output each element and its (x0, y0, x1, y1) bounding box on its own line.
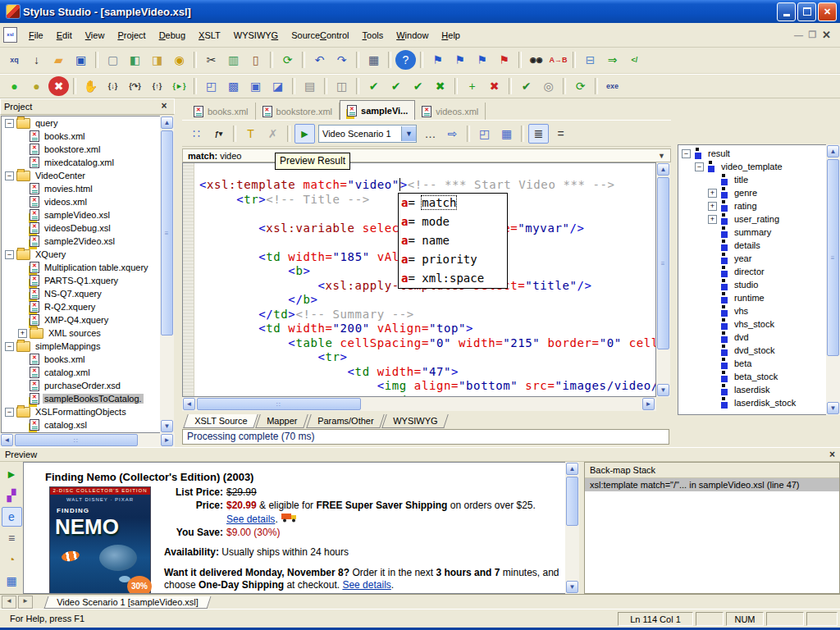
tree-item-label[interactable]: laserdisk_stock (733, 398, 797, 408)
tree-row[interactable]: mixedcatalog.xml (2, 156, 160, 169)
menu-sourcecontrol[interactable]: SourceControl (285, 28, 355, 43)
tree-row[interactable]: laserdisk_stock (678, 396, 826, 409)
download-document-icon[interactable]: ↓ (26, 50, 47, 70)
tree-item-label[interactable]: result (706, 148, 732, 158)
function-menu-icon[interactable]: ƒ▾ (208, 124, 229, 144)
preview-close-button[interactable]: × (829, 449, 835, 460)
equal-lines-icon[interactable]: = (550, 124, 571, 144)
tree-item-label[interactable]: XML sources (47, 328, 103, 338)
open-in-window-icon[interactable]: ⇨ (442, 124, 463, 144)
print-icon[interactable]: ▦ (363, 50, 384, 70)
tree-item-label[interactable]: details (733, 240, 762, 250)
autocomplete-popup[interactable]: a= matcha= modea= namea= prioritya= xml:… (398, 193, 508, 289)
hand-window-icon[interactable]: ◫ (331, 76, 352, 96)
mapper-icon[interactable]: ▞ (2, 486, 22, 505)
template-match-bar[interactable]: match: video ▼ (182, 148, 671, 162)
copy-icon[interactable]: ▥ (223, 50, 244, 70)
restore-button[interactable] (797, 2, 816, 21)
tree-row[interactable]: −simpleMappings (2, 340, 160, 353)
open-folder-icon[interactable]: ▰ (48, 50, 69, 70)
exe-icon[interactable]: exe (602, 76, 623, 96)
tree-row[interactable]: +genre (678, 186, 826, 199)
tree-row[interactable]: year (678, 252, 826, 265)
cascade-windows-icon[interactable]: ▣ (245, 76, 266, 96)
replace-icon[interactable]: A→B (548, 50, 568, 70)
tree-item-label[interactable]: beta (733, 358, 753, 368)
menu-tools[interactable]: Tools (356, 28, 390, 43)
expand-icon[interactable]: + (708, 189, 717, 198)
close-button[interactable]: ✕ (818, 2, 837, 21)
validate-next-icon[interactable]: ✔ (386, 76, 406, 96)
tree-item-label[interactable]: title (733, 175, 750, 185)
tree-row[interactable]: runtime (678, 291, 826, 304)
menu-project[interactable]: Project (111, 28, 152, 43)
tree-item-label[interactable]: sampleVideo.xsl (43, 210, 112, 220)
folder-import-icon[interactable]: ◨ (147, 50, 167, 70)
tree-item-label[interactable]: videos.xml (43, 197, 89, 207)
tree-item-label[interactable]: books.xml (43, 131, 87, 141)
menu-edit[interactable]: Edit (50, 28, 79, 43)
tree-row[interactable]: summary (678, 226, 826, 239)
tree-item-label[interactable]: XQuery (34, 249, 67, 259)
tree-row[interactable]: videos.xml (2, 195, 160, 208)
tree-row[interactable]: R-Q2.xquery (2, 300, 160, 313)
tree-item-label[interactable]: director (733, 267, 766, 276)
tree-row[interactable]: XMP-Q4.xquery (2, 313, 160, 326)
tree-row[interactable]: +XML sources (2, 326, 160, 340)
tab-scroll-left-button[interactable]: ◄ (2, 596, 16, 609)
profiler-clock-icon[interactable]: ◔ (2, 550, 22, 569)
tree-item-label[interactable]: sample2Video.xsl (43, 236, 116, 246)
tree-row[interactable]: sampleVideo.xsl (2, 208, 160, 221)
tree-item-label[interactable]: catalog.xsl (43, 420, 89, 430)
format-indent-icon[interactable]: ∷ (186, 124, 207, 144)
tree-item-label[interactable]: dvd (733, 332, 751, 342)
browse-scenario-button[interactable]: … (420, 124, 441, 144)
editor-tab-samplevi-[interactable]: sampleVi... (340, 100, 415, 120)
validate-prev-icon[interactable]: ✔ (408, 76, 428, 96)
tree-row[interactable]: −query (2, 116, 160, 130)
project-vertical-scrollbar[interactable]: ▲ ≡ ▼ (160, 116, 174, 433)
validate-icon[interactable]: ✔ (363, 76, 384, 96)
tree-row[interactable]: vhs_stock (678, 317, 826, 331)
tree-item-label[interactable]: XSLFormattingObjects (34, 407, 128, 417)
editor-tab-books-xml[interactable]: books.xml (187, 103, 256, 120)
preview-window-magnifier-icon[interactable]: ◰ (474, 124, 495, 144)
tree-item-label[interactable]: vhs (733, 306, 750, 316)
tree-row[interactable]: details (678, 239, 826, 252)
view-tab-wysiwyg[interactable]: WYSIWYG (381, 414, 449, 428)
project-close-button[interactable]: × (158, 101, 171, 112)
step-over-icon[interactable]: {↷} (125, 76, 145, 96)
tree-item-label[interactable]: R-Q2.xquery (43, 302, 97, 312)
xpath-disabled-icon[interactable]: ✗ (262, 124, 283, 144)
see-details-link[interactable]: See details (226, 514, 275, 525)
tree-item-label[interactable]: bookstore.xml (43, 144, 102, 154)
paste-icon[interactable]: ▯ (245, 50, 266, 70)
menu-window[interactable]: Window (390, 28, 435, 43)
menu-wysiwyg[interactable]: WYSIWYG (227, 28, 285, 43)
tree-row[interactable]: vhs (678, 304, 826, 317)
tree-item-label[interactable]: books.xml (43, 354, 87, 364)
editor-horizontal-scrollbar[interactable]: ◄ ∷ ► (182, 397, 656, 411)
tree-item-label[interactable]: NS-Q7.xquery (43, 289, 103, 299)
preview-vertical-scrollbar[interactable]: ▲ ▼ (565, 462, 579, 594)
mdi-minimize-button[interactable]: — (792, 30, 806, 40)
tree-row[interactable]: catalog.xml (2, 366, 160, 379)
view-tab-params-other[interactable]: Params/Other (306, 414, 385, 428)
collapse-icon[interactable]: − (695, 162, 704, 171)
refresh-icon[interactable]: ⟳ (277, 50, 298, 70)
new-xquery-document-icon[interactable]: xq (4, 50, 25, 70)
mapper-window-icon[interactable]: ▦ (496, 124, 517, 144)
goto-definition-icon[interactable]: ⇒ (602, 50, 623, 70)
copy-page-icon[interactable]: ▢ (103, 50, 123, 70)
view-tab-xslt-source[interactable]: XSLT Source (183, 414, 258, 428)
collapse-icon[interactable]: − (5, 408, 14, 417)
undo-icon[interactable]: ↶ (309, 50, 330, 70)
doc-check-icon[interactable]: ✔ (516, 76, 536, 96)
mdi-restore-button[interactable]: ❐ (806, 30, 819, 40)
tree-item-label[interactable]: videosDebug.xsl (43, 223, 112, 233)
step-into-icon[interactable]: {↓} (103, 76, 123, 96)
editor-tab-bookstore-xml[interactable]: bookstore.xml (256, 103, 340, 120)
preview-run-icon[interactable]: ► (2, 464, 22, 484)
editor-tab-videos-xml[interactable]: videos.xml (415, 103, 486, 120)
doc-find-icon[interactable]: ◎ (538, 76, 559, 96)
